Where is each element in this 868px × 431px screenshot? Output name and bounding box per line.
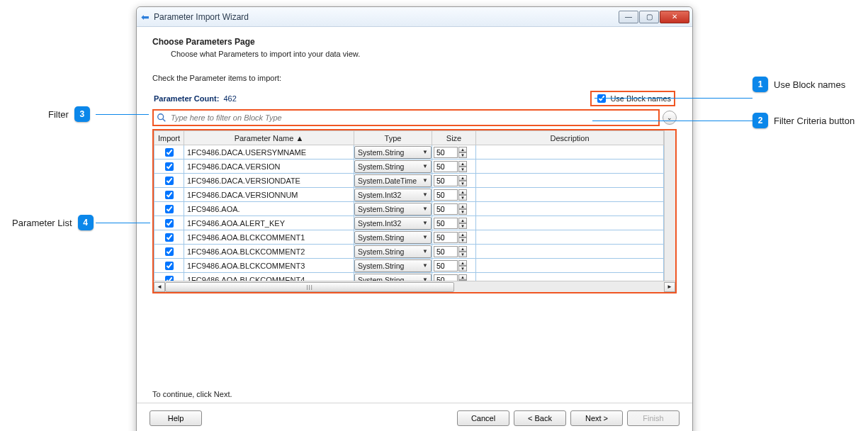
type-dropdown[interactable]: System.Int32▼ bbox=[354, 189, 432, 201]
size-input[interactable] bbox=[434, 246, 458, 257]
col-type[interactable]: Type bbox=[354, 131, 432, 145]
import-cell[interactable] bbox=[154, 245, 184, 259]
import-cell[interactable] bbox=[154, 202, 184, 216]
filter-box[interactable] bbox=[152, 109, 660, 126]
type-cell[interactable]: System.String▼ bbox=[354, 145, 432, 159]
description-cell[interactable] bbox=[476, 259, 664, 273]
import-checkbox[interactable] bbox=[165, 276, 174, 281]
import-cell[interactable] bbox=[154, 159, 184, 174]
type-dropdown[interactable]: System.String▼ bbox=[354, 203, 432, 216]
use-block-names-input[interactable] bbox=[597, 94, 606, 103]
col-size[interactable]: Size bbox=[432, 131, 476, 145]
size-input[interactable] bbox=[434, 274, 458, 281]
back-arrow-icon[interactable]: ⬅ bbox=[141, 11, 150, 23]
type-cell[interactable]: System.String▼ bbox=[354, 159, 432, 174]
import-cell[interactable] bbox=[154, 145, 184, 159]
size-input[interactable] bbox=[434, 260, 458, 272]
spin-up-button[interactable]: ▲ bbox=[458, 274, 467, 280]
import-checkbox[interactable] bbox=[165, 148, 174, 157]
description-cell[interactable] bbox=[476, 273, 664, 281]
description-cell[interactable] bbox=[476, 159, 664, 174]
filter-criteria-button[interactable]: ⌄ bbox=[663, 111, 677, 125]
minimize-button[interactable]: — bbox=[619, 11, 638, 23]
type-cell[interactable]: System.String▼ bbox=[354, 230, 432, 245]
col-description[interactable]: Description bbox=[476, 131, 664, 145]
import-cell[interactable] bbox=[154, 273, 184, 281]
import-checkbox[interactable] bbox=[165, 205, 174, 213]
size-cell[interactable]: ▲▼ bbox=[432, 188, 476, 202]
size-cell[interactable]: ▲▼ bbox=[432, 174, 476, 188]
type-cell[interactable]: System.String▼ bbox=[354, 273, 432, 281]
size-cell[interactable]: ▲▼ bbox=[432, 202, 476, 216]
description-cell[interactable] bbox=[476, 202, 664, 216]
type-dropdown[interactable]: System.String▼ bbox=[354, 231, 432, 244]
type-dropdown[interactable]: System.Int32▼ bbox=[354, 217, 432, 230]
col-import[interactable]: Import bbox=[154, 131, 184, 145]
cancel-button[interactable]: Cancel bbox=[457, 410, 509, 426]
size-input[interactable] bbox=[434, 232, 458, 243]
spin-up-button[interactable]: ▲ bbox=[458, 246, 467, 252]
type-cell[interactable]: System.String▼ bbox=[354, 245, 432, 259]
import-checkbox[interactable] bbox=[165, 162, 174, 171]
scroll-thumb[interactable]: ||| bbox=[165, 282, 454, 292]
type-dropdown[interactable]: System.String▼ bbox=[354, 160, 432, 173]
size-input[interactable] bbox=[434, 175, 458, 186]
description-cell[interactable] bbox=[476, 245, 664, 259]
filter-input[interactable] bbox=[169, 113, 655, 123]
vertical-scrollbar[interactable] bbox=[664, 130, 675, 281]
spin-down-button[interactable]: ▼ bbox=[458, 195, 467, 201]
import-cell[interactable] bbox=[154, 259, 184, 273]
scroll-right-button[interactable]: ► bbox=[664, 282, 675, 292]
size-input[interactable] bbox=[434, 147, 458, 158]
help-button[interactable]: Help bbox=[150, 410, 202, 426]
scroll-left-button[interactable]: ◄ bbox=[154, 282, 165, 292]
scroll-track[interactable]: ||| bbox=[165, 282, 664, 292]
spin-up-button[interactable]: ▲ bbox=[458, 218, 467, 223]
import-checkbox[interactable] bbox=[165, 191, 174, 199]
type-dropdown[interactable]: System.String▼ bbox=[354, 146, 432, 159]
type-cell[interactable]: System.String▼ bbox=[354, 259, 432, 273]
description-cell[interactable] bbox=[476, 174, 664, 188]
spin-down-button[interactable]: ▼ bbox=[458, 237, 467, 243]
spin-up-button[interactable]: ▲ bbox=[458, 147, 467, 152]
import-checkbox[interactable] bbox=[165, 219, 174, 228]
import-cell[interactable] bbox=[154, 174, 184, 188]
import-checkbox[interactable] bbox=[165, 233, 174, 242]
finish-button[interactable]: Finish bbox=[627, 410, 680, 426]
size-cell[interactable]: ▲▼ bbox=[432, 145, 476, 159]
spin-down-button[interactable]: ▼ bbox=[458, 152, 467, 158]
import-cell[interactable] bbox=[154, 230, 184, 245]
spin-down-button[interactable]: ▼ bbox=[458, 167, 467, 172]
type-cell[interactable]: System.Int32▼ bbox=[354, 188, 432, 202]
horizontal-scrollbar[interactable]: ◄ ||| ► bbox=[154, 281, 675, 292]
import-checkbox[interactable] bbox=[165, 262, 174, 270]
size-input[interactable] bbox=[434, 203, 458, 215]
spin-up-button[interactable]: ▲ bbox=[458, 189, 467, 195]
spin-up-button[interactable]: ▲ bbox=[458, 232, 467, 237]
size-input[interactable] bbox=[434, 161, 458, 172]
spin-up-button[interactable]: ▲ bbox=[458, 203, 467, 209]
description-cell[interactable] bbox=[476, 188, 664, 202]
spin-down-button[interactable]: ▼ bbox=[458, 209, 467, 215]
size-cell[interactable]: ▲▼ bbox=[432, 273, 476, 281]
spin-up-button[interactable]: ▲ bbox=[458, 161, 467, 167]
type-dropdown[interactable]: System.DateTime▼ bbox=[354, 174, 432, 187]
size-input[interactable] bbox=[434, 189, 458, 201]
import-checkbox[interactable] bbox=[165, 177, 174, 185]
close-button[interactable]: ✕ bbox=[660, 11, 689, 23]
maximize-button[interactable]: ▢ bbox=[639, 11, 659, 23]
type-dropdown[interactable]: System.String▼ bbox=[354, 245, 432, 258]
back-button[interactable]: < Back bbox=[514, 410, 566, 426]
spin-down-button[interactable]: ▼ bbox=[458, 252, 467, 257]
size-cell[interactable]: ▲▼ bbox=[432, 216, 476, 230]
type-cell[interactable]: System.String▼ bbox=[354, 202, 432, 216]
next-button[interactable]: Next > bbox=[570, 410, 623, 426]
type-dropdown[interactable]: System.String▼ bbox=[354, 259, 432, 272]
size-cell[interactable]: ▲▼ bbox=[432, 230, 476, 245]
description-cell[interactable] bbox=[476, 216, 664, 230]
size-input[interactable] bbox=[434, 218, 458, 229]
spin-up-button[interactable]: ▲ bbox=[458, 175, 467, 181]
spin-down-button[interactable]: ▼ bbox=[458, 181, 467, 186]
spin-down-button[interactable]: ▼ bbox=[458, 266, 467, 272]
size-cell[interactable]: ▲▼ bbox=[432, 259, 476, 273]
